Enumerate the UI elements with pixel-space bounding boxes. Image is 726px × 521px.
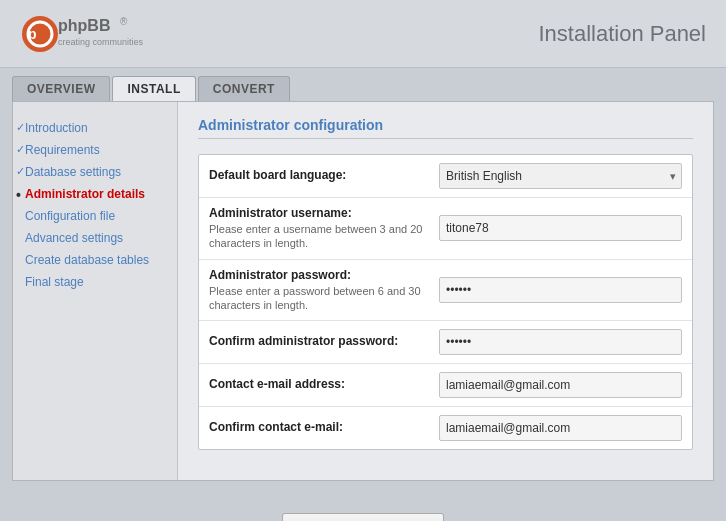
svg-text:phpBB: phpBB [58, 17, 110, 34]
tab-install[interactable]: INSTALL [112, 76, 195, 101]
form-row-username: Administrator username: Please enter a u… [199, 198, 692, 260]
label-username: Administrator username: Please enter a u… [209, 206, 429, 251]
input-confirm-email[interactable] [439, 415, 682, 441]
sidebar-item-administrator-details[interactable]: Administrator details [13, 183, 177, 205]
sidebar-item-database-settings[interactable]: Database settings [13, 161, 177, 183]
label-password: Administrator password: Please enter a p… [209, 268, 429, 313]
sidebar-item-advanced-settings[interactable]: Advanced settings [13, 227, 177, 249]
sidebar-item-create-database-tables[interactable]: Create database tables [13, 249, 177, 271]
email-field[interactable] [439, 372, 682, 398]
username-field[interactable] [439, 215, 682, 241]
form-row-confirm-email: Confirm contact e-mail: [199, 407, 692, 449]
input-confirm-password[interactable] [439, 329, 682, 355]
input-language[interactable]: British English American English [439, 163, 682, 189]
input-email[interactable] [439, 372, 682, 398]
svg-text:p: p [28, 26, 37, 42]
label-confirm-email: Confirm contact e-mail: [209, 420, 429, 436]
confirm-email-field[interactable] [439, 415, 682, 441]
logo: p phpBB creating communities ® [20, 9, 150, 59]
sidebar-item-configuration-file[interactable]: Configuration file [13, 205, 177, 227]
sidebar-link-create-database-tables[interactable]: Create database tables [25, 253, 149, 267]
main-content: Introduction Requirements Database setti… [12, 101, 714, 481]
content-area: Administrator configuration Default boar… [178, 102, 713, 480]
tabs-bar: OVERVIEW INSTALL CONVERT [0, 68, 726, 101]
button-area: Proceed to next step [0, 493, 726, 521]
sidebar-label-administrator-details: Administrator details [25, 187, 145, 201]
sidebar: Introduction Requirements Database setti… [13, 102, 178, 480]
header: p phpBB creating communities ® Installat… [0, 0, 726, 68]
confirm-password-field[interactable] [439, 329, 682, 355]
language-select[interactable]: British English American English [439, 163, 682, 189]
input-username[interactable] [439, 215, 682, 241]
section-title: Administrator configuration [198, 117, 693, 139]
form-row-language: Default board language: British English … [199, 155, 692, 198]
svg-text:creating communities: creating communities [58, 37, 144, 47]
sidebar-link-configuration-file[interactable]: Configuration file [25, 209, 115, 223]
admin-config-form: Default board language: British English … [198, 154, 693, 450]
phpbb-logo: p phpBB creating communities ® [20, 9, 150, 59]
proceed-button[interactable]: Proceed to next step [282, 513, 443, 521]
sidebar-link-requirements[interactable]: Requirements [25, 143, 100, 157]
sidebar-link-introduction[interactable]: Introduction [25, 121, 88, 135]
label-email: Contact e-mail address: [209, 377, 429, 393]
sidebar-link-database-settings[interactable]: Database settings [25, 165, 121, 179]
label-confirm-password: Confirm administrator password: [209, 334, 429, 350]
sidebar-item-introduction[interactable]: Introduction [13, 117, 177, 139]
tab-convert[interactable]: CONVERT [198, 76, 290, 101]
sidebar-link-advanced-settings[interactable]: Advanced settings [25, 231, 123, 245]
panel-title: Installation Panel [538, 21, 706, 47]
tab-overview[interactable]: OVERVIEW [12, 76, 110, 101]
form-row-email: Contact e-mail address: [199, 364, 692, 407]
svg-text:®: ® [120, 16, 128, 27]
password-field[interactable] [439, 277, 682, 303]
sidebar-link-final-stage[interactable]: Final stage [25, 275, 84, 289]
form-row-confirm-password: Confirm administrator password: [199, 321, 692, 364]
sidebar-item-requirements[interactable]: Requirements [13, 139, 177, 161]
label-language: Default board language: [209, 168, 429, 184]
input-password[interactable] [439, 277, 682, 303]
form-row-password: Administrator password: Please enter a p… [199, 260, 692, 322]
sidebar-item-final-stage[interactable]: Final stage [13, 271, 177, 293]
select-wrapper-language[interactable]: British English American English [439, 163, 682, 189]
